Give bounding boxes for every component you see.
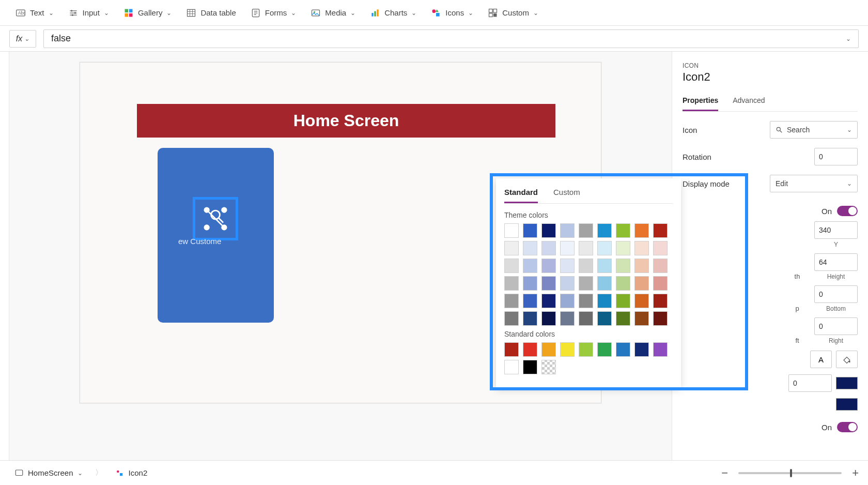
color-swatch[interactable] <box>579 311 593 326</box>
color-swatch[interactable] <box>541 259 556 273</box>
color-swatch[interactable] <box>634 276 649 291</box>
color-swatch[interactable] <box>560 223 575 238</box>
color-swatch[interactable] <box>560 311 575 326</box>
color-swatch[interactable] <box>523 311 537 326</box>
color-swatch[interactable] <box>616 259 630 273</box>
color-swatch[interactable] <box>541 342 556 357</box>
icon-select[interactable]: Search ⌄ <box>770 121 858 139</box>
toggle-switch[interactable] <box>837 206 858 216</box>
selected-icon-control[interactable] <box>193 197 238 240</box>
color-swatch[interactable] <box>836 377 858 389</box>
ribbon-gallery-button[interactable]: Gallery ⌄ <box>123 8 172 18</box>
color-swatch[interactable] <box>579 342 593 357</box>
color-swatch[interactable] <box>504 294 519 308</box>
customer-card[interactable]: ew Custome <box>158 148 274 323</box>
color-swatch[interactable] <box>597 294 612 308</box>
color-swatch[interactable] <box>579 223 593 238</box>
color-swatch[interactable] <box>634 342 649 357</box>
color-swatch[interactable] <box>541 360 556 374</box>
height-input[interactable]: 64 <box>814 253 858 271</box>
color-swatch[interactable] <box>541 294 556 308</box>
color-num-input[interactable]: 0 <box>788 374 832 392</box>
color-swatch[interactable] <box>616 241 630 255</box>
color-swatch[interactable] <box>634 223 649 238</box>
color-swatch[interactable] <box>653 259 668 273</box>
color-swatch[interactable] <box>560 241 575 255</box>
color-swatch[interactable] <box>579 276 593 291</box>
breadcrumb-screen[interactable]: HomeScreen ⌄ <box>9 466 88 480</box>
color-swatch[interactable] <box>504 241 519 255</box>
breadcrumb-element[interactable]: Icon2 <box>110 466 153 480</box>
color-swatch[interactable] <box>653 342 668 357</box>
ribbon-charts-button[interactable]: Charts ⌄ <box>370 8 416 18</box>
color-swatch[interactable] <box>541 276 556 291</box>
color-swatch[interactable] <box>653 223 668 238</box>
ribbon-forms-button[interactable]: Forms ⌄ <box>251 8 297 18</box>
ribbon-datatable-button[interactable]: Data table <box>186 8 236 18</box>
bottom-input[interactable]: 0 <box>814 285 858 303</box>
color-swatch[interactable] <box>597 311 612 326</box>
color-swatch[interactable] <box>597 342 612 357</box>
color-swatch[interactable] <box>653 241 668 255</box>
color-swatch[interactable] <box>523 342 537 357</box>
color-swatch[interactable] <box>634 311 649 326</box>
color-swatch[interactable] <box>504 276 519 291</box>
ribbon-text-button[interactable]: Abc Text ⌄ <box>16 8 54 18</box>
color-swatch[interactable] <box>504 311 519 326</box>
color-swatch[interactable] <box>560 342 575 357</box>
color-swatch[interactable] <box>523 223 537 238</box>
color-swatch[interactable] <box>504 342 519 357</box>
color-swatch[interactable] <box>523 241 537 255</box>
color-swatch[interactable] <box>579 294 593 308</box>
font-button[interactable]: A <box>810 351 832 368</box>
ribbon-media-button[interactable]: Media ⌄ <box>311 8 355 18</box>
zoom-slider[interactable] <box>738 472 842 474</box>
zoom-out-button[interactable]: − <box>721 466 728 480</box>
color-swatch[interactable] <box>616 294 630 308</box>
tab-properties[interactable]: Properties <box>683 93 718 111</box>
color-swatch[interactable] <box>634 241 649 255</box>
color-swatch[interactable] <box>504 360 519 374</box>
color-swatch[interactable] <box>579 259 593 273</box>
color-swatch[interactable] <box>579 241 593 255</box>
color-swatch[interactable] <box>523 294 537 308</box>
color-swatch[interactable] <box>560 294 575 308</box>
color-tab-custom[interactable]: Custom <box>553 186 580 203</box>
color-swatch[interactable] <box>560 276 575 291</box>
color-tab-standard[interactable]: Standard <box>504 186 538 203</box>
color-swatch[interactable] <box>653 276 668 291</box>
formula-input[interactable]: false ⌄ <box>43 29 859 48</box>
color-swatch[interactable] <box>634 294 649 308</box>
y-input[interactable]: 340 <box>814 221 858 239</box>
color-swatch[interactable] <box>560 259 575 273</box>
tab-advanced[interactable]: Advanced <box>733 93 765 111</box>
displaymode-select[interactable]: Edit ⌄ <box>770 175 858 192</box>
color-swatch[interactable] <box>541 223 556 238</box>
color-swatch[interactable] <box>597 241 612 255</box>
color-swatch[interactable] <box>616 276 630 291</box>
fill-button[interactable] <box>836 351 858 368</box>
color-swatch[interactable] <box>541 241 556 255</box>
color-swatch[interactable] <box>523 360 537 374</box>
fx-button[interactable]: fx ⌄ <box>9 30 36 48</box>
color-swatch[interactable] <box>523 276 537 291</box>
color-swatch[interactable] <box>597 276 612 291</box>
color-swatch[interactable] <box>653 294 668 308</box>
color-swatch[interactable] <box>523 259 537 273</box>
color-swatch[interactable] <box>634 259 649 273</box>
ribbon-custom-button[interactable]: Custom ⌄ <box>488 8 538 18</box>
color-swatch[interactable] <box>541 311 556 326</box>
color-swatch[interactable] <box>597 223 612 238</box>
color-swatch[interactable] <box>616 342 630 357</box>
toggle-switch[interactable] <box>837 422 858 432</box>
color-swatch[interactable] <box>504 223 519 238</box>
color-swatch[interactable] <box>836 398 858 411</box>
color-swatch[interactable] <box>504 259 519 273</box>
rotation-input[interactable]: 0 <box>814 148 858 165</box>
zoom-in-button[interactable]: + <box>852 466 859 480</box>
color-swatch[interactable] <box>653 311 668 326</box>
color-swatch[interactable] <box>616 223 630 238</box>
color-swatch[interactable] <box>616 311 630 326</box>
right-input[interactable]: 0 <box>814 317 858 335</box>
ribbon-input-button[interactable]: Input ⌄ <box>68 8 109 18</box>
